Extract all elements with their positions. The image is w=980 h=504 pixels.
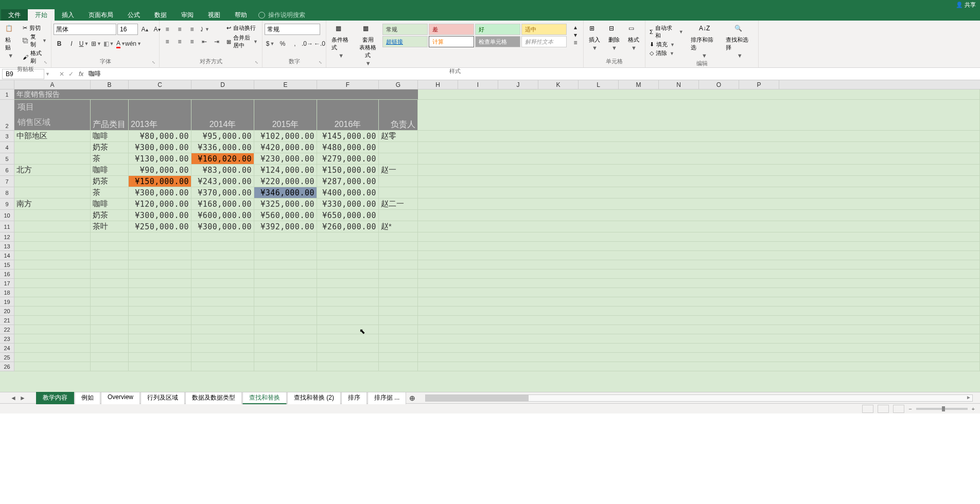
style-explain[interactable]: 解释性文本 [521,36,567,47]
cell[interactable] [254,232,317,242]
cell[interactable] [191,316,254,325]
cell[interactable] [14,362,91,371]
cell-styles-gallery[interactable]: 常规 差 好 适中 超链接 计算 检查单元格 解释性文本 [382,24,567,47]
cell[interactable] [418,279,980,288]
cell[interactable] [129,297,191,307]
cell[interactable]: ¥600,000.00 [191,210,254,221]
cell[interactable] [14,153,91,165]
align-left-button[interactable]: ≡ [162,36,173,47]
cell[interactable]: 负责人 [379,100,418,131]
row-header[interactable]: 24 [0,344,14,353]
cell[interactable]: 南方 [14,199,91,210]
cell[interactable] [418,316,980,325]
row-header[interactable]: 11 [0,221,14,232]
style-more[interactable]: ≡ [570,39,581,46]
row-header[interactable]: 3 [0,131,14,142]
horizontal-scrollbar[interactable]: ◄ ► [425,394,973,402]
paste-button[interactable]: 📋 粘贴 ▼ [2,24,19,60]
cell[interactable] [91,307,129,316]
cell[interactable] [14,251,91,260]
zoom-slider[interactable] [916,408,968,410]
cell[interactable]: ¥300,000.00 [191,221,254,232]
cell[interactable]: ¥392,000.00 [254,221,317,232]
cell[interactable] [317,251,379,260]
row-header[interactable]: 12 [0,232,14,242]
cell[interactable] [379,353,418,362]
cell[interactable] [418,199,980,210]
cell[interactable] [317,316,379,325]
grid[interactable]: A B C D E F G H I J K L M N O P 1 年度销售报告… [0,80,980,392]
row-header[interactable]: 20 [0,307,14,316]
col-header[interactable]: A [14,80,91,89]
phonetic-button[interactable]: wén▼ [128,38,139,49]
cell[interactable]: ¥80,000.00 [129,131,191,142]
cell[interactable]: ¥650,000.00 [317,210,379,221]
cell[interactable]: ¥160,020.00 [191,153,254,165]
cell[interactable] [14,269,91,279]
cell[interactable] [129,269,191,279]
increase-decimal-button[interactable]: .0→ [302,38,313,49]
cell[interactable]: ¥420,000.00 [254,142,317,153]
decrease-decimal-button[interactable]: ←.0 [314,38,325,49]
cell[interactable] [129,288,191,297]
sheet-nav-prev[interactable]: ◄ [10,394,16,402]
cell[interactable] [191,344,254,353]
cell[interactable] [379,251,418,260]
cell[interactable] [91,353,129,362]
cell[interactable] [379,288,418,297]
cell[interactable] [379,316,418,325]
cell[interactable]: 咖啡 [91,199,129,210]
cell[interactable] [379,307,418,316]
cell[interactable] [191,353,254,362]
cell[interactable] [418,153,980,165]
col-header[interactable]: G [379,80,418,89]
sheet-tab[interactable]: 数据及数据类型 [185,392,242,404]
cell[interactable]: ¥124,000.00 [254,165,317,176]
indent-increase-button[interactable]: ⇥ [211,36,222,47]
view-layout-button[interactable] [878,405,889,413]
style-check[interactable]: 检查单元格 [475,36,520,47]
delete-cells-button[interactable]: ⊟删除▼ [605,24,623,52]
cell[interactable]: ¥102,000.00 [254,131,317,142]
cell[interactable]: ¥90,000.00 [129,165,191,176]
orientation-button[interactable]: ⤸▼ [199,24,210,35]
cell[interactable]: 中部地区 [14,131,91,142]
sheet-tab[interactable]: 行列及区域 [141,392,185,404]
cell[interactable]: ¥250,000.00 [129,221,191,232]
cell[interactable]: ¥325,000.00 [254,199,317,210]
cell[interactable] [129,260,191,269]
sheet-tab[interactable]: 查找和替换 (2) [287,392,341,404]
cell[interactable] [254,269,317,279]
cell[interactable]: 奶茶 [91,142,129,153]
cell[interactable] [418,187,980,199]
cell[interactable]: ¥346,000.00 [254,187,317,199]
row-header[interactable]: 8 [0,187,14,199]
cell[interactable] [379,297,418,307]
sheet-tab[interactable]: 查找和替换 [242,392,287,404]
cell[interactable] [254,307,317,316]
cell[interactable] [317,344,379,353]
row-header[interactable]: 6 [0,165,14,176]
cell[interactable] [418,232,980,242]
cell[interactable]: ¥260,000.00 [317,221,379,232]
row-header[interactable]: 19 [0,297,14,307]
cell[interactable]: 北方 [14,165,91,176]
cell[interactable]: 年度销售报告 [14,89,418,100]
cell[interactable] [191,269,254,279]
format-cells-button[interactable]: ▭格式▼ [625,24,642,52]
cell[interactable] [418,307,980,316]
style-scroll-down[interactable]: ▾ [570,31,581,39]
view-normal-button[interactable] [862,405,873,413]
sheet-tab[interactable]: 排序据 ... [367,392,406,404]
cell[interactable]: ¥300,000.00 [129,187,191,199]
cell[interactable] [191,334,254,344]
cell[interactable] [14,316,91,325]
cell[interactable]: ¥150,000.00 [129,176,191,187]
col-header[interactable]: F [317,80,379,89]
cell[interactable] [418,269,980,279]
col-header[interactable]: P [739,80,779,89]
cell[interactable]: ¥168,000.00 [191,199,254,210]
cell[interactable] [254,353,317,362]
cell[interactable] [129,344,191,353]
cell[interactable] [191,242,254,251]
